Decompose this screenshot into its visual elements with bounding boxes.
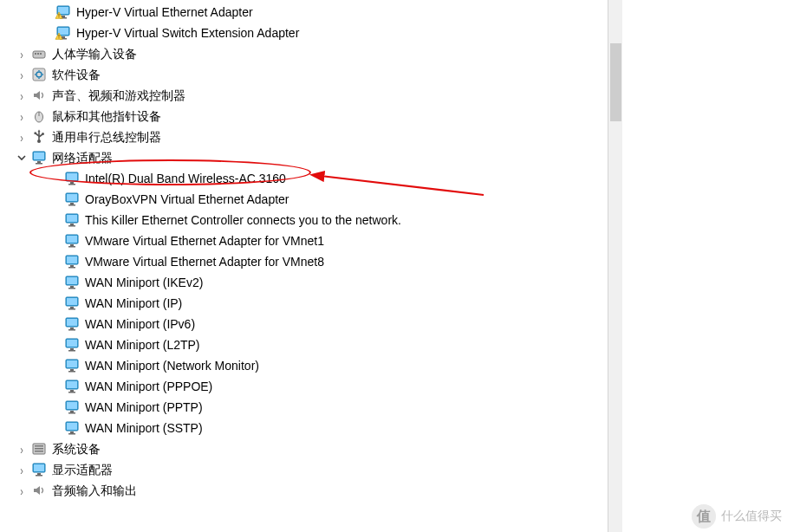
tree-item-label: 软件设备 [52,64,101,85]
chevron-right-icon[interactable]: › [16,440,28,457]
network-adapter-icon [64,254,80,269]
tree-item-label: OrayBoxVPN Virtual Ethernet Adapter [85,189,289,210]
watermark-badge: 值 [692,504,716,529]
tree-row[interactable]: Hyper-V Virtual Ethernet Adapter [0,2,607,23]
tree-item-label: Hyper-V Virtual Ethernet Adapter [76,2,253,23]
network-adapter-icon [64,212,80,228]
chevron-right-icon[interactable]: › [16,482,28,499]
tree-item-label: 显示适配器 [52,459,113,480]
network-adapters-category-icon [31,150,47,165]
tree-item-label: WAN Miniport (L2TP) [85,334,200,355]
network-adapter-icon [64,295,80,311]
tree-item-label: WAN Miniport (PPTP) [85,397,203,418]
tree-item-label: 人体学输入设备 [52,43,137,64]
network-adapter-warning-icon [55,4,71,20]
tree-item-label: WAN Miniport (IKEv2) [85,272,203,293]
tree-item-label: 声音、视频和游戏控制器 [52,85,185,106]
scrollbar-thumb[interactable] [610,43,621,121]
tree-row[interactable]: WAN Miniport (Network Monitor) [0,355,607,376]
chevron-none [49,422,61,434]
tree-item-label: This Killer Ethernet Controller connects… [85,210,401,230]
tree-row[interactable]: WAN Miniport (SSTP) [0,418,607,438]
tree-row[interactable]: WAN Miniport (PPPOE) [0,376,607,397]
chevron-none [40,6,52,18]
chevron-right-icon[interactable]: › [16,128,28,146]
network-adapter-icon [64,337,80,353]
tree-item-label: WAN Miniport (Network Monitor) [85,355,259,376]
chevron-none [49,214,61,226]
network-adapter-warning-icon [55,25,71,41]
hid-category-icon [31,46,47,62]
network-adapter-icon [64,399,80,415]
tree-row[interactable]: 网络适配器 [0,147,607,168]
tree-row[interactable]: WAN Miniport (PPTP) [0,397,607,418]
system-devices-icon [31,441,47,457]
tree-row[interactable]: OrayBoxVPN Virtual Ethernet Adapter [0,189,607,210]
tree-row[interactable]: WAN Miniport (L2TP) [0,334,607,355]
watermark-text: 什么值得买 [721,509,782,524]
audio-category-icon [31,483,47,498]
chevron-none [49,318,61,330]
chevron-none [49,339,61,351]
chevron-none [49,235,61,247]
tree-row[interactable]: ›系统设备 [0,438,607,459]
tree-item-label: 通用串行总线控制器 [52,127,161,147]
network-adapter-icon [64,358,80,373]
tree-row[interactable]: ›人体学输入设备 [0,43,607,64]
tree-item-label: VMware Virtual Ethernet Adapter for VMne… [85,230,324,251]
network-adapter-icon [64,233,80,249]
chevron-right-icon[interactable]: › [16,87,28,104]
chevron-right-icon[interactable]: › [16,66,28,83]
tree-item-label: 网络适配器 [52,147,113,168]
software-devices-icon [31,67,47,82]
tree-item-label: 鼠标和其他指针设备 [52,106,161,127]
usb-category-icon [31,129,47,145]
vertical-scrollbar[interactable] [608,0,622,532]
chevron-right-icon[interactable]: › [16,461,28,478]
tree-row[interactable]: ›声音、视频和游戏控制器 [0,85,607,106]
tree-row[interactable]: VMware Virtual Ethernet Adapter for VMne… [0,251,607,272]
tree-item-label: 音频输入和输出 [52,480,137,501]
tree-item-label: WAN Miniport (IP) [85,293,182,314]
chevron-right-icon[interactable]: › [16,107,28,125]
chevron-right-icon[interactable]: › [16,45,28,62]
watermark: 值 什么值得买 [692,504,782,529]
chevron-down-icon[interactable] [16,152,28,164]
network-adapter-icon [64,420,80,436]
tree-item-label: 系统设备 [52,438,101,459]
network-adapter-icon [64,191,80,207]
tree-row[interactable]: Intel(R) Dual Band Wireless-AC 3160 [0,168,607,189]
tree-item-label: VMware Virtual Ethernet Adapter for VMne… [85,251,324,272]
tree-row[interactable]: WAN Miniport (IP) [0,293,607,314]
tree-row[interactable]: ›鼠标和其他指针设备 [0,106,607,127]
network-adapter-icon [64,171,80,186]
tree-item-label: WAN Miniport (SSTP) [85,418,203,438]
tree-row[interactable]: WAN Miniport (IPv6) [0,314,607,334]
tree-row[interactable]: Hyper-V Virtual Switch Extension Adapter [0,23,607,43]
tree-row[interactable]: WAN Miniport (IKEv2) [0,272,607,293]
mouse-category-icon [31,108,47,124]
device-manager-tree[interactable]: Hyper-V Virtual Ethernet AdapterHyper-V … [0,0,607,532]
tree-item-label: WAN Miniport (PPPOE) [85,376,212,397]
tree-row[interactable]: VMware Virtual Ethernet Adapter for VMne… [0,230,607,251]
blank-region [622,0,787,532]
tree-row[interactable]: This Killer Ethernet Controller connects… [0,210,607,230]
tree-row[interactable]: ›音频输入和输出 [0,480,607,501]
chevron-none [49,256,61,268]
chevron-none [49,380,61,393]
chevron-none [40,27,52,39]
network-adapter-icon [64,379,80,394]
tree-row[interactable]: ›软件设备 [0,64,607,85]
chevron-none [49,360,61,372]
chevron-none [49,401,61,413]
tree-item-label: Intel(R) Dual Band Wireless-AC 3160 [85,168,286,189]
chevron-none [49,193,61,205]
chevron-none [49,172,61,185]
audio-category-icon [31,88,47,103]
network-adapter-icon [64,316,80,332]
chevron-none [49,297,61,309]
tree-item-label: WAN Miniport (IPv6) [85,314,195,334]
tree-row[interactable]: ›通用串行总线控制器 [0,127,607,147]
tree-item-label: Hyper-V Virtual Switch Extension Adapter [76,23,299,43]
tree-row[interactable]: ›显示适配器 [0,459,607,480]
